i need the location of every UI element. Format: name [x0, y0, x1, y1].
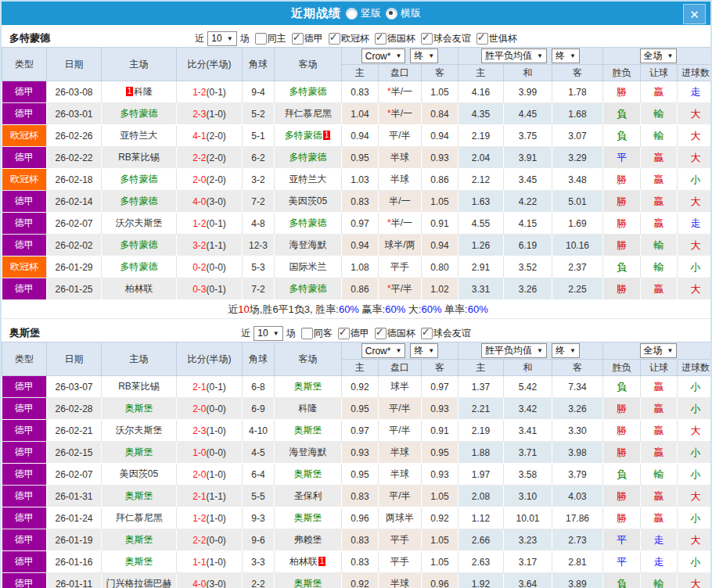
odds-away: 0.94 — [422, 235, 458, 256]
odds-home: 0.92 — [342, 573, 379, 588]
mean-final-select[interactable]: 终▼ — [552, 343, 580, 358]
match-row: 德甲26-02-15奥斯堡1-0(0-0)4-5海登海默0.93半球0.951.… — [2, 442, 712, 464]
mean-win: 2.21 — [458, 398, 504, 420]
match-date: 26-01-11 — [47, 573, 102, 588]
match-row: 德甲26-01-19奥斯堡2-2(0-0)9-6弗赖堡0.83平手1.052.6… — [2, 529, 712, 551]
checkbox-icon[interactable] — [375, 33, 387, 45]
odds-away: 0.96 — [422, 573, 458, 588]
away-team: 国际米兰 — [275, 256, 342, 278]
chevron-down-icon: ▼ — [273, 330, 279, 337]
fullmatch-select[interactable]: 全场▼ — [640, 48, 678, 63]
corners: 9-6 — [243, 529, 275, 551]
score-halftime: (0-0) — [207, 403, 226, 414]
fullmatch-select[interactable]: 全场▼ — [640, 343, 678, 358]
same-venue-checkbox[interactable]: 同客 — [301, 327, 333, 340]
result-goals: 大 — [678, 191, 712, 213]
team-name-text: 科隆 — [299, 403, 318, 414]
corners: 3-3 — [243, 551, 275, 573]
odds-company-select[interactable]: Crow*▼ — [361, 343, 406, 358]
close-button[interactable]: ✕ — [683, 4, 706, 24]
score: 1-2(0-1) — [177, 213, 243, 235]
score-halftime: (1-0) — [207, 109, 226, 120]
league-checkbox[interactable]: 球会友谊 — [421, 327, 471, 340]
same-venue-checkbox[interactable]: 同主 — [255, 32, 286, 45]
league-checkbox[interactable]: 欧冠杯 — [329, 32, 369, 45]
mean-lose: 1.69 — [552, 213, 603, 235]
titlebar: 近期战绩 竖版 横版 ✕ — [2, 2, 710, 25]
odds-final-select[interactable]: 终▼ — [410, 343, 438, 358]
filter-prefix-label: 近 — [195, 32, 204, 45]
checkbox-icon[interactable] — [476, 33, 488, 45]
score-fulltime: 2-3 — [192, 109, 206, 120]
mean-draw: 3.10 — [504, 486, 552, 507]
result-goals: 小 — [678, 169, 712, 191]
league-checkbox[interactable]: 德国杯 — [375, 32, 415, 45]
result-goals: 大 — [678, 125, 712, 147]
handicap: 半球 — [379, 573, 422, 588]
mean-draw: 10.01 — [504, 507, 552, 529]
result-outcome: 勝 — [603, 191, 641, 213]
mean-draw: 3.23 — [504, 529, 552, 551]
team-name-text: 奥斯堡 — [294, 468, 322, 479]
result-outcome: 負 — [603, 103, 641, 125]
odds-final-select[interactable]: 终▼ — [410, 48, 438, 63]
result-goals: 大 — [678, 147, 712, 169]
result-outcome: 勝 — [603, 486, 641, 507]
mean-lose: 3.79 — [552, 464, 603, 486]
mean-type-select[interactable]: 胜平负均值▼ — [481, 48, 547, 63]
mean-win: 2.08 — [458, 486, 504, 507]
checkbox-icon[interactable] — [421, 33, 433, 45]
team-name-text: 拜仁慕尼黑 — [285, 108, 332, 119]
result-outcome: 負 — [603, 573, 641, 588]
checkbox-icon[interactable] — [292, 33, 304, 45]
home-team: 柏林联 — [102, 278, 177, 300]
sub-column-header: 客 — [552, 65, 603, 81]
radio-icon[interactable] — [346, 8, 358, 20]
result-handicap: 贏 — [641, 147, 678, 169]
checkbox-icon[interactable] — [329, 33, 340, 45]
odds-home: 0.83 — [342, 81, 379, 103]
league-badge: 德甲 — [2, 81, 47, 103]
score-halftime: (1-0) — [207, 425, 226, 436]
match-count-select[interactable]: 10▼ — [207, 31, 236, 46]
league-checkbox[interactable]: 德甲 — [292, 32, 323, 45]
checkbox-icon[interactable] — [301, 328, 313, 339]
league-checkbox[interactable]: 世俱杯 — [476, 32, 517, 45]
match-date: 26-01-19 — [47, 529, 102, 551]
handicap: 平手 — [379, 256, 422, 278]
mean-win: 1.12 — [458, 507, 504, 529]
sub-column-header: 进球数 — [678, 360, 712, 376]
match-count-select[interactable]: 10▼ — [254, 326, 282, 341]
odds-home: 1.08 — [342, 256, 379, 278]
checkbox-icon[interactable] — [421, 328, 433, 339]
result-outcome: 負 — [603, 376, 641, 398]
odds-away: 0.91 — [422, 213, 458, 235]
radio-icon[interactable] — [386, 8, 397, 20]
odds-home: 0.93 — [342, 442, 379, 464]
league-checkbox[interactable]: 德国杯 — [375, 327, 415, 340]
result-goals-text: 小 — [691, 556, 701, 568]
league-badge: 欧冠杯 — [2, 125, 47, 147]
summary-segment: 大: — [405, 303, 421, 315]
score-halftime: (1-0) — [207, 557, 226, 568]
match-count-select-value: 10 — [211, 33, 221, 44]
result-outcome: 平 — [603, 551, 641, 573]
result-handicap-text: 贏 — [654, 195, 664, 207]
checkbox-icon[interactable] — [338, 328, 350, 339]
mean-type-select[interactable]: 胜平负均值▼ — [481, 343, 547, 358]
sub-column-header: 主 — [458, 65, 504, 81]
mean-final-select[interactable]: 终▼ — [552, 48, 580, 63]
odds-company-select[interactable]: Crow*▼ — [361, 48, 406, 63]
checkbox-icon[interactable] — [255, 33, 267, 45]
layout-radio-horizontal[interactable]: 横版 — [386, 6, 421, 20]
league-checkbox[interactable]: 球会友谊 — [421, 32, 471, 45]
checkbox-icon[interactable] — [375, 328, 387, 339]
layout-radio-vertical[interactable]: 竖版 — [346, 6, 381, 20]
corners: 6-9 — [243, 398, 275, 420]
result-handicap: 輸 — [641, 103, 678, 125]
summary-segment: 10 — [238, 303, 249, 315]
column-header: 主场 — [102, 342, 177, 376]
result-goals-text: 走 — [691, 217, 701, 229]
league-checkbox[interactable]: 德甲 — [338, 327, 369, 340]
result-outcome-text: 勝 — [617, 403, 627, 414]
